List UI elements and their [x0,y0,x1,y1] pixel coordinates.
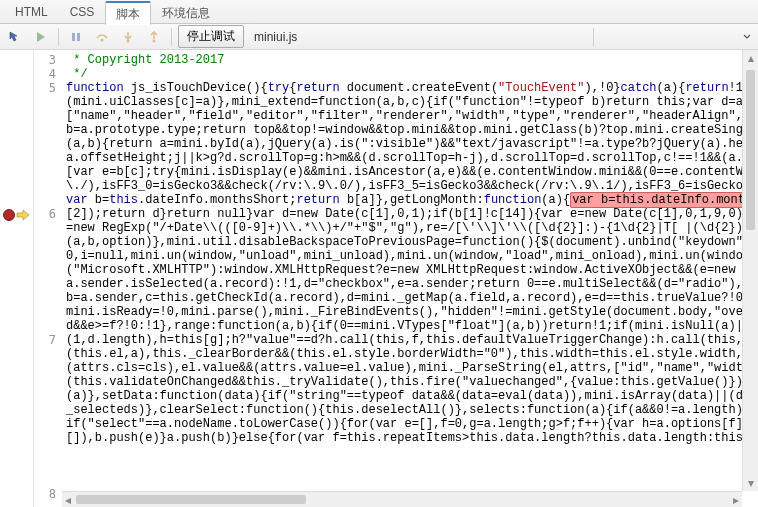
line-number: 5 [34,81,56,207]
function-search-input[interactable] [600,28,740,46]
debug-toolbar: 停止调试 miniui.js [0,24,758,50]
stop-debug-button[interactable]: 停止调试 [178,25,244,48]
step-into-button[interactable] [117,27,139,47]
svg-rect-1 [77,33,80,41]
line-number: 4 [34,67,56,81]
scroll-down-icon[interactable]: ▾ [743,475,758,491]
pause-button[interactable] [65,27,87,47]
breakpoint-gutter[interactable] [0,50,34,507]
editor-tabs[interactable]: HTML CSS 脚本 环境信息 [0,0,758,24]
scroll-up-icon[interactable]: ▴ [743,50,758,66]
code-area[interactable]: * Copyright 2013-2017 */ function js_isT… [62,50,758,507]
step-over-button[interactable] [91,27,113,47]
scrollbar-thumb[interactable] [76,495,306,504]
tab-html[interactable]: HTML [4,0,59,24]
scroll-left-icon[interactable]: ◂ [60,492,76,507]
line-number: 8 [34,487,56,501]
tab-css[interactable]: CSS [59,0,106,24]
execution-arrow-icon [16,209,30,223]
step-out-button[interactable] [143,27,165,47]
file-name: miniui.js [254,30,297,44]
scrollbar-thumb[interactable] [746,70,755,230]
svg-point-4 [153,39,156,42]
tab-script[interactable]: 脚本 [105,1,151,25]
line-numbers: 3 4 5 6 7 8 [34,50,62,507]
select-element-button[interactable] [4,27,26,47]
separator [171,28,172,46]
tab-env[interactable]: 环境信息 [151,0,221,24]
editor-body: 3 4 5 6 7 8 * Copyright 2013-2017 */ fun… [0,50,758,507]
line-number: 3 [34,53,56,67]
line-number: 7 [34,333,56,487]
svg-point-2 [101,38,104,41]
scroll-right-icon[interactable]: ▸ [728,492,744,507]
separator [58,28,59,46]
breakpoint-marker[interactable] [3,209,15,221]
svg-point-3 [127,39,130,42]
svg-rect-0 [72,33,75,41]
line-number: 6 [34,207,56,333]
horizontal-scrollbar[interactable]: ◂ ▸ [62,491,742,507]
vertical-scrollbar[interactable]: ▴ ▾ [742,50,758,491]
function-dropdown[interactable] [593,28,754,46]
continue-button[interactable] [30,27,52,47]
execution-highlight: var b=this.dateInfo.monthsLong [570,192,758,208]
chevron-down-icon [740,34,754,40]
